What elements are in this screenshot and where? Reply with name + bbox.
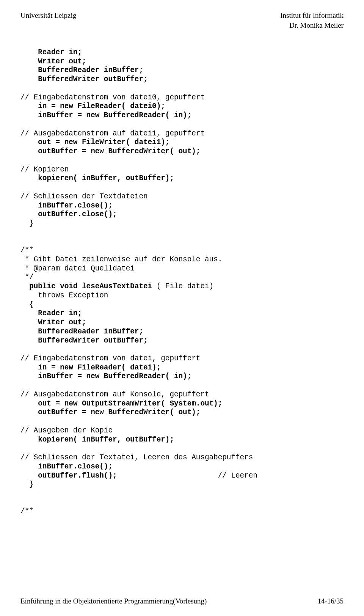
footer-right: 14-16/35	[317, 597, 344, 605]
page: Universität Leipzig Institut für Informa…	[0, 0, 364, 616]
page-header: Universität Leipzig Institut für Informa…	[20, 11, 344, 30]
code-line: throws Exception	[20, 291, 108, 300]
code-line: BufferedReader inBuffer;	[20, 327, 143, 336]
code-line: // Eingabedatenstrom von datei0, gepuffe…	[20, 93, 205, 102]
code-line: ( File datei)	[152, 282, 213, 291]
code-line: // Ausgabedatenstrom auf Konsole, gepuff…	[20, 390, 209, 399]
code-line: // Ausgeben der Kopie	[20, 426, 113, 435]
code-line: kopieren( inBuffer, outBuffer);	[20, 435, 174, 444]
code-line: Reader in;	[20, 309, 82, 317]
header-author: Dr. Monika Meiler	[280, 20, 344, 30]
code-line: Writer out;	[20, 57, 86, 66]
code-line: {	[20, 300, 34, 309]
header-right: Institut für Informatik Dr. Monika Meile…	[280, 11, 344, 30]
code-line: // Schliessen der Textdateien	[20, 192, 148, 201]
code-line: /**	[20, 507, 34, 515]
code-line: inBuffer = new BufferedReader( in);	[20, 372, 191, 380]
code-line: Reader in;	[20, 48, 82, 57]
code-block: Reader in; Writer out; BufferedReader in…	[20, 39, 344, 516]
code-line: * @param datei Quelldatei	[20, 264, 135, 273]
header-left: Universität Leipzig	[20, 11, 76, 30]
code-line: in = new FileReader( datei0);	[20, 102, 165, 110]
code-line: // Leeren	[117, 471, 257, 480]
code-line: inBuffer.close();	[20, 201, 113, 210]
code-line: outBuffer.flush();	[20, 471, 117, 480]
code-line: inBuffer.close();	[20, 462, 113, 471]
code-line: outBuffer = new BufferedWriter( out);	[20, 147, 200, 156]
code-line: public void leseAusTextDatei	[20, 282, 152, 291]
code-line: Writer out;	[20, 318, 86, 327]
code-line: */	[20, 273, 34, 281]
code-line: kopieren( inBuffer, outBuffer);	[20, 174, 174, 182]
code-line: BufferedWriter outBuffer;	[20, 336, 148, 345]
code-line: BufferedWriter outBuffer;	[20, 75, 148, 83]
code-line: // Eingabedatenstrom von datei, gepuffer…	[20, 354, 200, 363]
code-line: outBuffer.close();	[20, 210, 117, 218]
code-line: // Ausgabedatenstrom auf datei1, gepuffe…	[20, 129, 205, 138]
code-line: BufferedReader inBuffer;	[20, 66, 143, 74]
code-line: // Kopieren	[20, 165, 69, 174]
code-line: in = new FileReader( datei);	[20, 363, 161, 372]
page-footer: Einführung in die Objektorientierte Prog…	[20, 597, 344, 605]
code-line: }	[20, 219, 34, 228]
code-line: inBuffer = new BufferedReader( in);	[20, 111, 191, 119]
code-line: outBuffer = new BufferedWriter( out);	[20, 408, 200, 416]
code-line: out = new OutputStreamWriter( System.out…	[20, 399, 222, 408]
header-institute: Institut für Informatik	[280, 11, 344, 20]
code-line: // Schliessen der Textatei, Leeren des A…	[20, 453, 253, 462]
code-line: /**	[20, 246, 34, 255]
code-line: out = new FileWriter( datei1);	[20, 138, 169, 146]
code-line: * Gibt Datei zeilenweise auf der Konsole…	[20, 255, 222, 264]
footer-left: Einführung in die Objektorientierte Prog…	[20, 597, 207, 605]
code-line: }	[20, 480, 34, 489]
